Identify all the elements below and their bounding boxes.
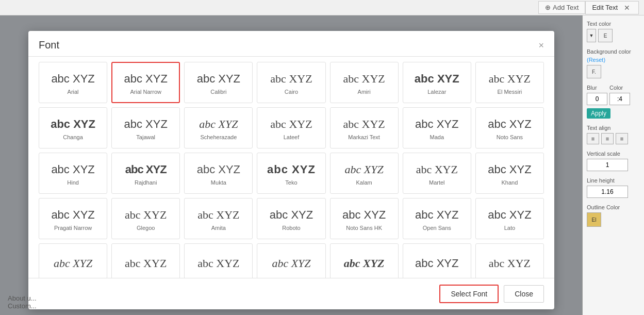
- blur-label: Blur: [587, 85, 607, 91]
- font-cell-mada[interactable]: abc XYZMada: [403, 107, 471, 148]
- outline-color-label: Outline Color: [587, 204, 640, 210]
- font-name-mukta: Mukta: [211, 179, 226, 186]
- font-cell-khand[interactable]: abc XYZKhand: [475, 153, 544, 194]
- font-grid-container[interactable]: abc XYZArialabc XYZArial Narrowabc XYZCa…: [28, 57, 554, 278]
- font-name-hind: Hind: [67, 179, 79, 186]
- font-name-noto-hk: Noto Sans HK: [346, 225, 382, 231]
- modal-close-button[interactable]: ×: [538, 41, 544, 50]
- font-name-el-messiri: El Messiri: [498, 89, 522, 95]
- font-cell-kalam[interactable]: abc XYZKalam: [330, 153, 399, 194]
- font-preview-martel: abc XYZ: [416, 163, 458, 176]
- font-cell-scheherazade[interactable]: abc XYZScheherazade: [184, 107, 253, 148]
- toolbar-section: ⊕ Add Text Edit Text ✕: [538, 1, 639, 14]
- select-font-button[interactable]: Select Font: [439, 285, 499, 303]
- font-cell-cursive3[interactable]: abc XYZ: [184, 243, 253, 278]
- font-cell-lato[interactable]: abc XYZLato: [475, 198, 544, 239]
- font-preview-noto-sans: abc XYZ: [488, 118, 531, 131]
- line-height-input[interactable]: [587, 186, 628, 198]
- font-cell-el-messiri[interactable]: abc XYZEl Messiri: [475, 62, 544, 103]
- align-center-button[interactable]: ≡: [601, 133, 614, 144]
- blur-input[interactable]: [587, 93, 607, 105]
- font-preview-hind: abc XYZ: [51, 163, 94, 176]
- font-name-martel: Martel: [429, 179, 445, 186]
- bg-color-row: F.: [587, 65, 640, 78]
- font-modal: Font × abc XYZArialabc XYZArial Narrowab…: [28, 31, 554, 309]
- font-preview-lalezar: abc XYZ: [415, 72, 459, 86]
- page-bottom: About u... Custom...: [0, 289, 103, 315]
- font-preview-markazi: abc XYZ: [343, 118, 385, 131]
- font-cell-amiri[interactable]: abc XYZAmiri: [330, 62, 399, 103]
- font-cell-changa[interactable]: abc XYZChanga: [39, 107, 107, 148]
- font-preview-cursive7: abc XYZ: [489, 257, 531, 270]
- font-preview-amiri: abc XYZ: [343, 72, 385, 86]
- align-right-button[interactable]: ≡: [616, 133, 628, 144]
- font-cell-calibri[interactable]: abc XYZCalibri: [184, 62, 253, 103]
- font-cell-arial[interactable]: abc XYZArial: [39, 62, 107, 103]
- font-cell-lateef[interactable]: abc XYZLateef: [257, 107, 325, 148]
- color-dropdown-arrow[interactable]: ▼: [587, 29, 596, 42]
- font-cell-cursive6[interactable]: abc XYZ: [403, 243, 471, 278]
- align-left-button[interactable]: ≡: [587, 133, 599, 144]
- font-cell-mukta[interactable]: abc XYZMukta: [184, 153, 253, 194]
- font-cell-tajawal[interactable]: abc XYZTajawal: [111, 107, 180, 148]
- font-preview-cursive1: abc XYZ: [54, 257, 92, 270]
- blur-row: Blur Color: [587, 85, 640, 105]
- font-name-markazi: Markazi Text: [348, 134, 380, 140]
- vertical-scale-section: Vertical scale: [587, 151, 640, 171]
- font-cell-glegoo[interactable]: abc XYZGlegoo: [111, 198, 180, 239]
- font-preview-cursive5: abc XYZ: [344, 257, 385, 270]
- font-cell-amita[interactable]: abc XYZAmita: [184, 198, 253, 239]
- font-name-noto-sans: Noto Sans: [497, 134, 523, 140]
- font-cell-noto-hk[interactable]: abc XYZNoto Sans HK: [330, 198, 399, 239]
- color-input[interactable]: [609, 93, 630, 105]
- close-modal-button[interactable]: Close: [504, 285, 544, 303]
- font-preview-scheherazade: abc XYZ: [199, 118, 238, 131]
- font-preview-cairo: abc XYZ: [270, 72, 312, 86]
- add-text-button[interactable]: ⊕ Add Text: [538, 1, 585, 14]
- font-cell-arial-narrow[interactable]: abc XYZArial Narrow: [111, 62, 180, 103]
- font-name-arial: Arial: [68, 89, 79, 95]
- reset-link[interactable]: (Reset): [587, 57, 605, 63]
- font-cell-roboto[interactable]: abc XYZRoboto: [257, 198, 325, 239]
- font-cell-pragati[interactable]: abc XYZPragati Narrow: [39, 198, 107, 239]
- close-icon[interactable]: ✕: [622, 4, 632, 12]
- line-height-label: Line height: [587, 177, 640, 184]
- font-cell-lalezar[interactable]: abc XYZLalezar: [403, 62, 471, 103]
- outline-color-section: Outline Color El: [587, 204, 640, 227]
- font-preview-rajdhani: abc XYZ: [125, 163, 167, 176]
- background-color-section: Background color (Reset) F.: [587, 48, 640, 78]
- font-cell-cursive5[interactable]: abc XYZ: [330, 243, 399, 278]
- font-name-tajawal: Tajawal: [136, 134, 155, 140]
- font-cell-markazi[interactable]: abc XYZMarkazi Text: [330, 107, 399, 148]
- vertical-scale-input[interactable]: [587, 159, 628, 171]
- font-name-calibri: Calibri: [210, 89, 226, 95]
- font-name-arial-narrow: Arial Narrow: [130, 89, 161, 95]
- font-preview-mada: abc XYZ: [415, 118, 458, 131]
- font-cell-cursive7[interactable]: abc XYZ: [475, 243, 544, 278]
- font-cell-teko[interactable]: abc XYZTeko: [257, 153, 325, 194]
- text-align-section: Text align ≡ ≡ ≡: [587, 125, 640, 144]
- font-preview-kalam: abc XYZ: [345, 163, 384, 176]
- text-color-button[interactable]: E: [598, 29, 613, 42]
- font-cell-cursive1[interactable]: abc XYZ: [39, 243, 107, 278]
- font-cell-martel[interactable]: abc XYZMartel: [403, 153, 471, 194]
- font-preview-arial: abc XYZ: [51, 72, 94, 86]
- font-preview-mukta: abc XYZ: [197, 163, 240, 176]
- outline-color-button[interactable]: El: [587, 212, 601, 227]
- font-cell-open-sans[interactable]: abc XYZOpen Sans: [403, 198, 471, 239]
- font-cell-cursive2[interactable]: abc XYZ: [111, 243, 180, 278]
- font-preview-roboto: abc XYZ: [270, 208, 313, 222]
- font-preview-changa: abc XYZ: [51, 118, 95, 131]
- font-cell-cairo[interactable]: abc XYZCairo: [257, 62, 325, 103]
- font-preview-lato: abc XYZ: [488, 208, 531, 222]
- font-name-scheherazade: Scheherazade: [200, 134, 237, 140]
- bg-color-button[interactable]: F.: [587, 65, 601, 78]
- text-align-label: Text align: [587, 125, 640, 131]
- apply-button[interactable]: Apply: [587, 108, 610, 119]
- font-cell-cursive4[interactable]: abc XYZ: [257, 243, 325, 278]
- font-cell-noto-sans[interactable]: abc XYZNoto Sans: [475, 107, 544, 148]
- font-cell-rajdhani[interactable]: abc XYZRajdhani: [111, 153, 180, 194]
- font-preview-teko: abc XYZ: [267, 163, 316, 176]
- font-preview-arial-narrow: abc XYZ: [124, 72, 168, 86]
- font-cell-hind[interactable]: abc XYZHind: [39, 153, 107, 194]
